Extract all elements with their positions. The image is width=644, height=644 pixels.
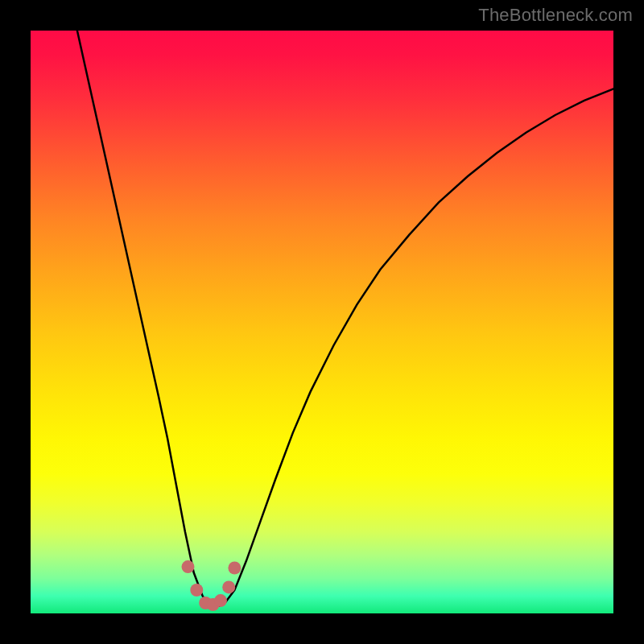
valley-dot [214, 594, 227, 607]
valley-dots-group [182, 560, 242, 611]
valley-dot [222, 580, 235, 593]
valley-dot [182, 560, 195, 573]
valley-dot [190, 584, 203, 597]
chart-frame: TheBottleneck.com [0, 0, 644, 644]
curve-layer [31, 31, 613, 613]
watermark-text: TheBottleneck.com [478, 5, 633, 26]
plot-area [31, 31, 613, 613]
valley-dot [228, 562, 241, 575]
bottleneck-curve [77, 31, 613, 606]
